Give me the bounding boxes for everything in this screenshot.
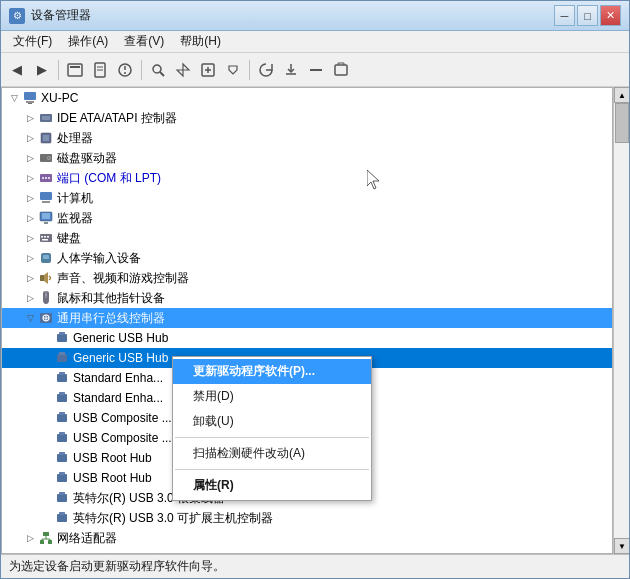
ide-icon xyxy=(38,110,54,126)
usb-comp-icon-2 xyxy=(54,430,70,446)
toolbar-sep-3 xyxy=(249,60,250,80)
svg-rect-17 xyxy=(24,92,36,100)
scroll-thumb[interactable] xyxy=(615,103,629,143)
title-bar-buttons: ─ □ ✕ xyxy=(554,5,621,26)
root-label: XU-PC xyxy=(41,91,78,105)
usb-root-icon-2 xyxy=(54,470,70,486)
tree-item-7[interactable]: ▷ 人体学输入设备 xyxy=(2,248,612,268)
close-button[interactable]: ✕ xyxy=(600,5,621,26)
expand-0[interactable]: ▷ xyxy=(22,110,38,126)
svg-point-7 xyxy=(124,72,126,74)
ctx-uninstall[interactable]: 卸载(U) xyxy=(173,409,371,434)
toolbar-btn-5[interactable] xyxy=(113,58,137,82)
ctx-disable[interactable]: 禁用(D) xyxy=(173,384,371,409)
port-label: 端口 (COM 和 LPT) xyxy=(57,170,161,187)
toolbar-btn-4[interactable] xyxy=(88,58,112,82)
expand-4[interactable]: ▷ xyxy=(22,190,38,206)
usb-controller-label: 通用串行总线控制器 xyxy=(57,310,165,327)
svg-rect-37 xyxy=(41,236,43,238)
ctx-properties[interactable]: 属性(R) xyxy=(173,473,371,498)
expand-10[interactable]: ▽ xyxy=(22,310,38,326)
svg-rect-51 xyxy=(59,332,65,335)
svg-rect-59 xyxy=(59,412,65,415)
tree-item-20[interactable]: 英特尔(R) USB 3.0 可扩展主机控制器 xyxy=(2,508,612,528)
svg-rect-62 xyxy=(57,454,67,462)
minimize-button[interactable]: ─ xyxy=(554,5,575,26)
tree-item-0[interactable]: ▷ IDE ATA/ATAPI 控制器 xyxy=(2,108,612,128)
expand-root[interactable]: ▽ xyxy=(6,90,22,106)
intel-usb30-ext-label: 英特尔(R) USB 3.0 可扩展主机控制器 xyxy=(73,510,273,527)
tree-item-9[interactable]: ▷ 鼠标和其他指针设备 xyxy=(2,288,612,308)
toolbar-btn-6[interactable] xyxy=(146,58,170,82)
toolbar-btn-13[interactable] xyxy=(329,58,353,82)
toolbar-btn-12[interactable] xyxy=(304,58,328,82)
svg-rect-71 xyxy=(40,540,44,544)
keyboard-label: 键盘 xyxy=(57,230,81,247)
tree-root[interactable]: ▽ XU-PC xyxy=(2,88,612,108)
monitor-label: 监视器 xyxy=(57,210,93,227)
tree-item-4[interactable]: ▷ 计算机 xyxy=(2,188,612,208)
expand-3[interactable]: ▷ xyxy=(22,170,38,186)
vertical-scrollbar[interactable]: ▲ ▼ xyxy=(613,87,629,554)
tree-item-6[interactable]: ▷ 键盘 xyxy=(2,228,612,248)
svg-point-8 xyxy=(153,65,161,73)
expand-8[interactable]: ▷ xyxy=(22,270,38,286)
svg-rect-43 xyxy=(40,275,44,281)
device-tree[interactable]: ▽ XU-PC ▷ IDE ATA/ATAPI 控制器 ▷ xyxy=(1,87,613,554)
usb-hub-icon-2 xyxy=(54,350,70,366)
expand-5[interactable]: ▷ xyxy=(22,210,38,226)
svg-line-9 xyxy=(160,72,164,76)
forward-button[interactable]: ▶ xyxy=(30,58,54,82)
tree-item-3[interactable]: ▷ 端口 (COM 和 LPT) xyxy=(2,168,612,188)
usb-comp-1-label: USB Composite ... xyxy=(73,411,172,425)
expand-21[interactable]: ▷ xyxy=(22,530,38,546)
main-content: ▽ XU-PC ▷ IDE ATA/ATAPI 控制器 ▷ xyxy=(1,87,629,554)
usb-controller-icon xyxy=(38,310,54,326)
toolbar: ◀ ▶ xyxy=(1,53,629,87)
svg-point-30 xyxy=(48,177,50,179)
expand-2[interactable]: ▷ xyxy=(22,150,38,166)
computer-label: 计算机 xyxy=(57,190,93,207)
menu-file[interactable]: 文件(F) xyxy=(5,31,60,52)
expand-9[interactable]: ▷ xyxy=(22,290,38,306)
toolbar-btn-3[interactable] xyxy=(63,58,87,82)
expand-1[interactable]: ▷ xyxy=(22,130,38,146)
tree-item-10[interactable]: ▽ 通用串行总线控制器 xyxy=(2,308,612,328)
svg-rect-69 xyxy=(59,512,65,515)
maximize-button[interactable]: □ xyxy=(577,5,598,26)
window-title: 设备管理器 xyxy=(31,7,554,24)
ctx-scan[interactable]: 扫描检测硬件改动(A) xyxy=(173,441,371,466)
toolbar-btn-8[interactable] xyxy=(196,58,220,82)
tree-item-2[interactable]: ▷ 磁盘驱动器 xyxy=(2,148,612,168)
svg-point-29 xyxy=(45,177,47,179)
expand-7[interactable]: ▷ xyxy=(22,250,38,266)
tree-item-21[interactable]: ▷ 网络适配器 xyxy=(2,528,612,548)
svg-rect-52 xyxy=(57,354,67,362)
expand-6[interactable]: ▷ xyxy=(22,230,38,246)
menu-action[interactable]: 操作(A) xyxy=(60,31,116,52)
toolbar-btn-9[interactable] xyxy=(221,58,245,82)
toolbar-btn-11[interactable] xyxy=(279,58,303,82)
scroll-down-button[interactable]: ▼ xyxy=(614,538,629,554)
disk-label: 磁盘驱动器 xyxy=(57,150,117,167)
usb-hub-icon-1 xyxy=(54,330,70,346)
tree-item-11[interactable]: Generic USB Hub xyxy=(2,328,612,348)
ctx-update-driver[interactable]: 更新驱动程序软件(P)... xyxy=(173,359,371,384)
svg-rect-50 xyxy=(57,334,67,342)
tree-item-8[interactable]: ▷ 声音、视频和游戏控制器 xyxy=(2,268,612,288)
menu-help[interactable]: 帮助(H) xyxy=(172,31,229,52)
svg-rect-1 xyxy=(70,66,80,68)
tree-item-5[interactable]: ▷ 监视器 xyxy=(2,208,612,228)
back-button[interactable]: ◀ xyxy=(5,58,29,82)
scroll-track[interactable] xyxy=(614,103,629,538)
svg-rect-32 xyxy=(42,201,50,203)
std-enh-icon-1 xyxy=(54,370,70,386)
scroll-up-button[interactable]: ▲ xyxy=(614,87,629,103)
toolbar-btn-10[interactable] xyxy=(254,58,278,82)
menu-view[interactable]: 查看(V) xyxy=(116,31,172,52)
std-enh-2-label: Standard Enha... xyxy=(73,391,163,405)
hid-icon xyxy=(38,250,54,266)
toolbar-btn-7[interactable] xyxy=(171,58,195,82)
svg-rect-56 xyxy=(57,394,67,402)
tree-item-1[interactable]: ▷ 处理器 xyxy=(2,128,612,148)
